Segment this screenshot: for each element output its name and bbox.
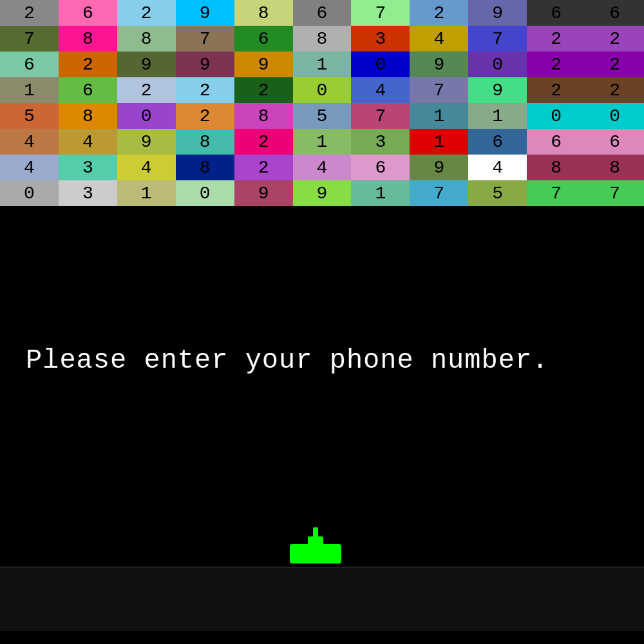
grid-cell-4-10: 0 [585,103,644,129]
grid-cell-0-10: 6 [585,0,644,26]
grid-cell-1-4: 6 [234,26,293,52]
grid-cell-7-5: 9 [293,180,352,206]
grid-cell-1-6: 3 [351,26,410,52]
grid-cell-4-0: 5 [0,103,59,129]
grid-cell-3-7: 7 [410,77,468,103]
tank-section [0,515,644,567]
grid-cell-7-10: 7 [585,180,644,206]
grid-cell-2-9: 2 [527,52,585,77]
grid-cell-7-1: 3 [59,180,117,206]
grid-cell-1-3: 7 [176,26,234,52]
grid-cell-0-4: 8 [234,0,293,26]
grid-cell-4-7: 1 [410,103,468,129]
grid-cell-4-3: 2 [176,103,234,129]
tank-body [290,544,341,564]
grid-cell-5-9: 6 [527,129,585,155]
grid-cell-6-8: 4 [468,155,527,180]
grid-cell-2-0: 6 [0,52,59,77]
grid-cell-3-1: 6 [59,77,117,103]
grid-cell-3-8: 9 [468,77,527,103]
grid-cell-3-6: 4 [351,77,410,103]
grid-cell-6-3: 8 [176,155,234,180]
grid-cell-0-6: 7 [351,0,410,26]
grid-cell-2-8: 0 [468,52,527,77]
grid-cell-4-2: 0 [117,103,176,129]
grid-cell-4-4: 8 [234,103,293,129]
grid-cell-6-5: 4 [293,155,352,180]
prompt-text: Please enter your phone number. [26,345,549,376]
grid-cell-1-5: 8 [293,26,352,52]
grid-cell-5-5: 1 [293,129,352,155]
grid-cell-6-7: 9 [410,155,468,180]
grid-cell-2-1: 2 [59,52,117,77]
grid-cell-2-3: 9 [176,52,234,77]
grid-cell-4-5: 5 [293,103,352,129]
grid-cell-7-6: 1 [351,180,410,206]
grid-cell-3-4: 2 [234,77,293,103]
grid-cell-4-8: 1 [468,103,527,129]
grid-cell-0-5: 6 [293,0,352,26]
grid-cell-2-7: 9 [410,52,468,77]
grid-cell-6-10: 8 [585,155,644,180]
grid-cell-2-4: 9 [234,52,293,77]
phone-input[interactable] [6,577,638,622]
grid-cell-7-9: 7 [527,180,585,206]
grid-cell-7-7: 7 [410,180,468,206]
grid-cell-5-2: 9 [117,129,176,155]
grid-cell-3-10: 2 [585,77,644,103]
tank [290,544,341,564]
grid-cell-2-6: 0 [351,52,410,77]
grid-cell-6-6: 6 [351,155,410,180]
grid-cell-5-1: 4 [59,129,117,155]
grid-cell-2-2: 9 [117,52,176,77]
grid-cell-1-1: 8 [59,26,117,52]
color-grid: 2629867296678876834722629991090221622204… [0,0,644,206]
grid-cell-4-9: 0 [527,103,585,129]
grid-cell-0-9: 6 [527,0,585,26]
grid-cell-6-9: 8 [527,155,585,180]
grid-cell-7-3: 0 [176,180,234,206]
grid-cell-6-4: 2 [234,155,293,180]
grid-cell-1-0: 7 [0,26,59,52]
grid-cell-0-2: 2 [117,0,176,26]
grid-cell-6-2: 4 [117,155,176,180]
input-section[interactable] [0,567,644,631]
grid-cell-4-1: 8 [59,103,117,129]
grid-cell-7-0: 0 [0,180,59,206]
grid-cell-1-8: 7 [468,26,527,52]
grid-cell-6-0: 4 [0,155,59,180]
grid-cell-5-4: 2 [234,129,293,155]
grid-cell-1-7: 4 [410,26,468,52]
grid-cell-2-10: 2 [585,52,644,77]
grid-cell-0-0: 2 [0,0,59,26]
grid-cell-3-9: 2 [527,77,585,103]
grid-cell-4-6: 7 [351,103,410,129]
grid-cell-6-1: 3 [59,155,117,180]
prompt-section: Please enter your phone number. [0,206,644,515]
grid-cell-7-4: 9 [234,180,293,206]
grid-cell-5-6: 3 [351,129,410,155]
grid-cell-1-2: 8 [117,26,176,52]
grid-cell-5-3: 8 [176,129,234,155]
grid-cell-7-8: 5 [468,180,527,206]
grid-cell-5-10: 6 [585,129,644,155]
grid-cell-3-5: 0 [293,77,352,103]
grid-cell-0-1: 6 [59,0,117,26]
grid-cell-3-2: 2 [117,77,176,103]
grid-cell-3-3: 2 [176,77,234,103]
grid-cell-5-0: 4 [0,129,59,155]
grid-cell-3-0: 1 [0,77,59,103]
grid-cell-2-5: 1 [293,52,352,77]
grid-cell-0-3: 9 [176,0,234,26]
grid-cell-5-7: 1 [410,129,468,155]
grid-cell-5-8: 6 [468,129,527,155]
grid-cell-0-7: 2 [410,0,468,26]
grid-cell-1-9: 2 [527,26,585,52]
grid-cell-1-10: 2 [585,26,644,52]
grid-cell-7-2: 1 [117,180,176,206]
grid-cell-0-8: 9 [468,0,527,26]
